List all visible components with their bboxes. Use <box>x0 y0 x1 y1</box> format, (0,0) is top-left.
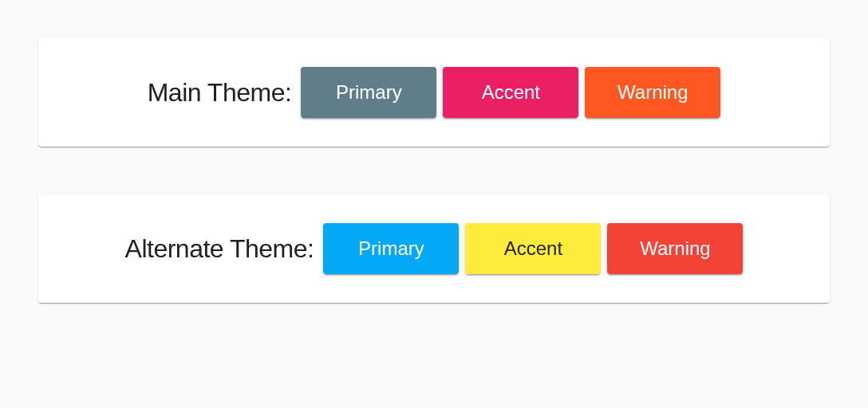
alt-primary-button[interactable]: Primary <box>323 223 459 274</box>
main-warning-button[interactable]: Warning <box>585 67 720 118</box>
main-primary-button[interactable]: Primary <box>301 67 436 118</box>
alt-accent-button[interactable]: Accent <box>465 223 601 274</box>
alternate-theme-label: Alternate Theme: <box>125 234 314 264</box>
alternate-theme-card: Alternate Theme: Primary Accent Warning <box>38 194 830 303</box>
main-theme-label: Main Theme: <box>148 78 292 108</box>
alt-warning-button[interactable]: Warning <box>607 223 743 274</box>
main-accent-button[interactable]: Accent <box>443 67 578 118</box>
main-theme-card: Main Theme: Primary Accent Warning <box>38 38 830 147</box>
